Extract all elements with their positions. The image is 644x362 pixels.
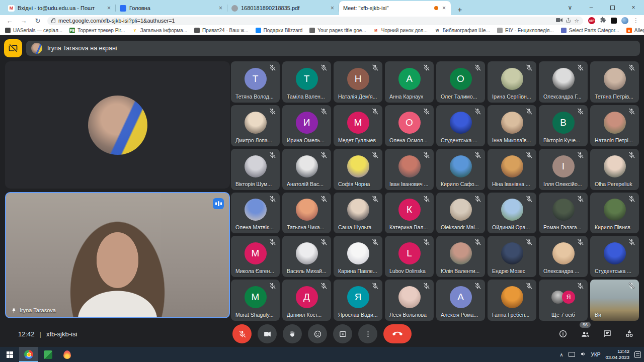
language-indicator[interactable]: УКР bbox=[591, 352, 601, 357]
bookmark-item[interactable]: Приват24 - Ваш ж... bbox=[194, 28, 249, 33]
participant-tile[interactable]: ВВікторія Куче... bbox=[539, 105, 588, 146]
participant-tile[interactable]: Олександра Г... bbox=[539, 61, 588, 103]
participant-tile[interactable]: Карина Павле... bbox=[334, 236, 382, 277]
reload-button[interactable]: ↻ bbox=[33, 17, 42, 25]
address-bar[interactable]: meet.google.com/xfb-sjkb-isi?pli=1&authu… bbox=[47, 17, 583, 25]
participant-tile[interactable]: Olha Perepeliuk bbox=[590, 149, 639, 190]
bookmark-item[interactable]: Подарки Blizzard bbox=[256, 28, 303, 33]
bookmark-item[interactable]: aAllegro.pl – najlepsz... bbox=[626, 28, 644, 33]
participant-tile[interactable]: ММедет Гуллыев bbox=[334, 105, 382, 146]
taskbar-flame-app-icon[interactable] bbox=[57, 347, 76, 362]
participant-tile[interactable]: Oleksandr Mal... bbox=[436, 193, 485, 234]
tray-volume-icon[interactable] bbox=[580, 351, 586, 358]
activities-button[interactable] bbox=[624, 328, 635, 339]
bookmark-item[interactable]: Select Parts Categor... bbox=[561, 28, 619, 33]
participant-tile[interactable]: Олександра ... bbox=[539, 236, 588, 277]
participant-tile[interactable]: ДДаниил Кост... bbox=[282, 280, 331, 321]
presentation-tile[interactable] bbox=[5, 61, 230, 189]
participant-tile[interactable]: Олена Матвіє... bbox=[231, 193, 280, 234]
extensions-puzzle-icon[interactable] bbox=[600, 17, 606, 25]
participant-tile[interactable]: Вікторія Шум... bbox=[231, 149, 280, 190]
participant-tile[interactable]: ТТаміла Вален... bbox=[282, 61, 331, 103]
taskbar-clock[interactable]: 12:42 03.04.2023 bbox=[605, 348, 629, 360]
participant-tile[interactable]: Дмитро Лопа... bbox=[231, 105, 280, 146]
bookmark-item[interactable]: Your pages title goe... bbox=[309, 28, 366, 33]
bookmark-item[interactable]: YЗагальна інформа... bbox=[132, 28, 187, 33]
bookmark-item[interactable]: ЕІУ - Енциклопедія... bbox=[497, 28, 554, 33]
participant-tile[interactable]: Тетяна Петрів... bbox=[590, 61, 639, 103]
profile-avatar[interactable] bbox=[621, 17, 628, 24]
participant-tile[interactable]: Ендрю Мозес bbox=[488, 236, 536, 277]
participant-tile[interactable]: ААнна Карнаух bbox=[385, 61, 434, 103]
participant-tile[interactable]: Ірина Сергіївн... bbox=[488, 61, 536, 103]
mic-toggle-button[interactable] bbox=[232, 324, 252, 343]
participant-tile[interactable]: MMurat Shaguly... bbox=[231, 280, 280, 321]
bookmark-item[interactable]: UASerials — серіал... bbox=[5, 28, 62, 33]
participant-tile[interactable]: Роман Галага... bbox=[539, 193, 588, 234]
participant-tile[interactable]: Ганна Гребен... bbox=[488, 280, 536, 321]
browser-tab[interactable]: Meet: "xfb-sjkb-isi"× bbox=[339, 1, 451, 15]
participant-tile[interactable]: Кирило Півнєв bbox=[590, 193, 639, 234]
participant-tile[interactable]: ООлена Осмол... bbox=[385, 105, 434, 146]
participant-tile[interactable]: Ойдинай Ора... bbox=[488, 193, 536, 234]
start-button[interactable] bbox=[0, 347, 19, 362]
camera-toggle-button[interactable] bbox=[258, 324, 277, 343]
bookmark-star-icon[interactable]: ☆ bbox=[574, 18, 579, 24]
participant-tile[interactable]: Студентська ... bbox=[590, 236, 639, 277]
participant-tile[interactable]: Ніна Іванівна ... bbox=[488, 149, 536, 190]
participant-tile[interactable]: Анатолій Вас... bbox=[282, 149, 331, 190]
maximize-button[interactable] bbox=[602, 0, 623, 15]
participant-tile[interactable]: Студентська ... bbox=[436, 105, 485, 146]
participant-tile[interactable]: Василь Михай... bbox=[282, 236, 331, 277]
adblock-icon[interactable]: ABP bbox=[588, 17, 595, 24]
participants-button[interactable]: 56 bbox=[580, 328, 591, 339]
more-options-button[interactable] bbox=[358, 324, 377, 343]
bookmark-item[interactable]: MЧорний ринок дол... bbox=[373, 28, 428, 33]
tab-search-icon[interactable]: ∨ bbox=[559, 0, 581, 15]
browser-tab[interactable]: Головна× bbox=[116, 1, 227, 15]
share-icon[interactable] bbox=[566, 18, 571, 24]
participant-tile[interactable]: ІІлля Олексійо... bbox=[539, 149, 588, 190]
meeting-details-button[interactable] bbox=[557, 328, 569, 339]
browser-tab[interactable]: MВхідні - to@udu.edu.ua - Пошт× bbox=[4, 1, 116, 15]
notification-center-icon[interactable] bbox=[634, 351, 641, 358]
participant-tile[interactable]: ННаталія Дем'я... bbox=[334, 61, 382, 103]
camera-permission-icon[interactable] bbox=[556, 18, 562, 24]
participant-tile[interactable]: ТТетяна Волод... bbox=[231, 61, 280, 103]
participant-tile[interactable]: Ви bbox=[590, 280, 639, 321]
extension-icon[interactable] bbox=[611, 18, 617, 24]
participant-tile[interactable]: ККатерина Вал... bbox=[385, 193, 434, 234]
participant-tile[interactable]: Татьяна Чика... bbox=[282, 193, 331, 234]
tab-close-icon[interactable]: × bbox=[330, 5, 335, 12]
taskbar-green-app-icon[interactable] bbox=[38, 347, 57, 362]
participant-tile[interactable]: Юлія Валенти... bbox=[436, 236, 485, 277]
participant-tile[interactable]: ИИрина Омель... bbox=[282, 105, 331, 146]
participant-tile[interactable]: ЯЯрослав Вади... bbox=[334, 280, 382, 321]
chat-button[interactable] bbox=[602, 328, 613, 339]
raise-hand-button[interactable] bbox=[283, 324, 302, 343]
forward-button[interactable]: → bbox=[19, 17, 28, 25]
close-window-button[interactable]: × bbox=[623, 0, 644, 15]
new-tab-button[interactable]: + bbox=[454, 3, 466, 15]
taskbar-chrome-icon[interactable] bbox=[19, 347, 38, 362]
participant-tile[interactable]: ААлексія Рома... bbox=[436, 280, 485, 321]
participant-tile[interactable]: Леся Вольнова bbox=[385, 280, 434, 321]
presentation-paused-button[interactable] bbox=[4, 39, 22, 57]
tray-chevron-icon[interactable]: ∧ bbox=[559, 352, 563, 357]
bookmark-item[interactable]: PBТоррент трекер Pir... bbox=[69, 28, 125, 33]
participant-tile[interactable]: ООлег Талимо... bbox=[436, 61, 485, 103]
browser-menu-icon[interactable]: ⋮ bbox=[633, 17, 639, 24]
reactions-button[interactable] bbox=[308, 324, 327, 343]
participant-tile[interactable]: Наталія Петрі... bbox=[590, 105, 639, 146]
bookmark-item[interactable]: WБиблиография Ше... bbox=[435, 28, 490, 33]
presenting-banner[interactable]: Iryna Tarasova на екрані bbox=[26, 41, 640, 56]
pinned-video-tile[interactable]: Iryna Tarasova bbox=[5, 192, 230, 318]
participant-tile[interactable]: Кирило Сафо... bbox=[436, 149, 485, 190]
minimize-button[interactable]: – bbox=[581, 0, 602, 15]
tab-close-icon[interactable]: × bbox=[106, 5, 112, 12]
participant-tile[interactable]: ММикола Євген... bbox=[231, 236, 280, 277]
back-button[interactable]: ← bbox=[5, 17, 14, 25]
end-call-button[interactable] bbox=[383, 324, 412, 343]
participant-tile[interactable]: Іван Іванович ... bbox=[385, 149, 434, 190]
participant-tile[interactable]: LLubov Dolinska bbox=[385, 236, 434, 277]
